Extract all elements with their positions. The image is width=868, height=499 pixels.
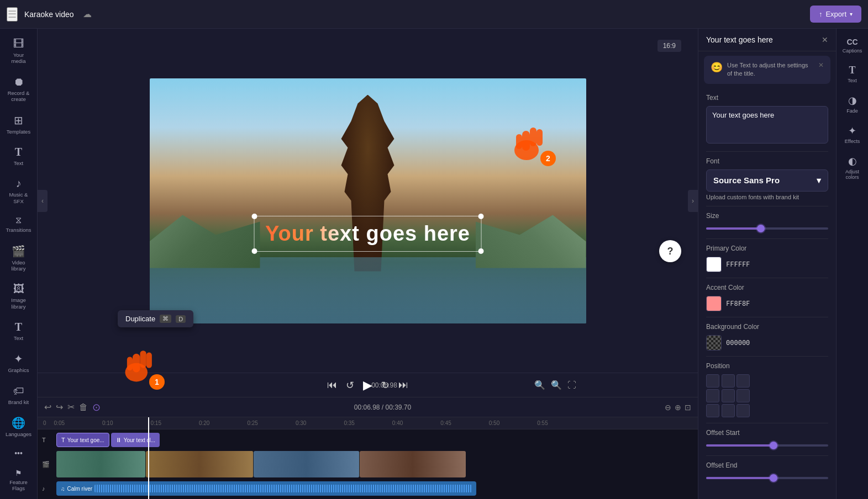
canvas-text-content: Your text goes here (265, 222, 470, 245)
help-button[interactable]: ? (659, 240, 681, 262)
tooltip-close-button[interactable]: ✕ (818, 61, 824, 69)
handle-bottom-left[interactable] (251, 248, 257, 254)
font-selector[interactable]: Source Sans Pro ▾ (706, 169, 828, 192)
video-segment-3[interactable] (254, 451, 360, 477)
fit-timeline-button[interactable]: ⊡ (685, 403, 691, 412)
position-top-left[interactable] (706, 374, 719, 387)
upload-fonts-link[interactable]: Upload custom fonts with brand kit (706, 194, 828, 200)
rip-item-text[interactable]: T Text (839, 60, 866, 88)
handle-bottom-right[interactable] (478, 248, 484, 254)
text-clip-2[interactable]: ⏸ Your text cl... (111, 433, 160, 447)
size-section: Size (698, 206, 836, 238)
position-bottom-right[interactable] (737, 404, 750, 417)
zoom-out-timeline-button[interactable]: ⊖ (665, 403, 671, 412)
skip-forward-button[interactable]: ⏭ (398, 379, 408, 391)
sidebar-item-text[interactable]: T Text (3, 141, 35, 171)
primary-color-hex: FFFFFF (726, 261, 750, 268)
aspect-ratio-badge[interactable]: 16:9 (657, 40, 681, 52)
text-clip-1[interactable]: T Your text goe... (56, 433, 109, 447)
fullscreen-button[interactable]: ⛶ (567, 380, 576, 390)
size-slider-thumb[interactable] (757, 225, 765, 232)
offset-start-thumb[interactable] (770, 442, 777, 449)
primary-color-swatch[interactable] (706, 257, 722, 272)
offset-end-thumb[interactable] (770, 474, 777, 482)
sidebar-item-templates[interactable]: ⊞ Templates (3, 109, 35, 139)
video-segment-2[interactable] (146, 451, 254, 477)
sidebar-item-video-library[interactable]: 🎬 Video library (3, 240, 35, 277)
position-middle-center[interactable] (722, 389, 735, 402)
redo-button[interactable]: ↪ (56, 402, 63, 412)
sidebar-item-record[interactable]: ⏺ Record & create (3, 71, 35, 107)
zoom-in-timeline-button[interactable]: ⊕ (675, 403, 681, 412)
audio-waveform (94, 485, 472, 492)
export-button[interactable]: ↑ Export ▾ (810, 6, 861, 23)
rewind-button[interactable]: ↺ (346, 379, 354, 391)
video-canvas[interactable]: Your text goes here (150, 78, 586, 323)
sidebar-item-transitions[interactable]: ⧖ Transitions (3, 211, 35, 237)
cut-button[interactable]: ✂ (67, 402, 75, 412)
position-middle-right[interactable] (737, 389, 750, 402)
playhead[interactable] (148, 417, 149, 499)
skip-back-button[interactable]: ⏮ (327, 379, 337, 391)
rip-item-fade[interactable]: ◑ Fade (839, 90, 866, 118)
copy-button[interactable]: ⊙ (92, 401, 101, 413)
sidebar-item-languages[interactable]: 🌐 Languages (3, 412, 35, 442)
text2-icon: T (15, 321, 22, 333)
sidebar-collapse-button[interactable]: ‹ (38, 190, 48, 212)
handle-top-right[interactable] (478, 214, 484, 219)
ruler-mark-10: 0:10 (102, 420, 113, 426)
video-track: 🎬 (42, 450, 693, 479)
sidebar-item-graphics[interactable]: ✦ Graphics (3, 348, 35, 378)
position-top-center[interactable] (722, 374, 735, 387)
menu-button[interactable]: ☰ (7, 7, 18, 22)
sidebar-label-templates: Templates (7, 129, 30, 135)
timeline-time-display: 00:06.98 / 00:39.70 (105, 404, 660, 411)
duplicate-shortcut-cmd: ⌘ (160, 315, 171, 323)
sidebar-item-image-library[interactable]: 🖼 Image library (3, 278, 35, 314)
main-area: 🎞 Your media ⏺ Record & create ⊞ Templat… (0, 29, 868, 499)
right-panel-close-button[interactable]: ✕ (822, 35, 828, 44)
rip-item-adjust-colors[interactable]: ◐ Adjust colors (839, 151, 866, 184)
duplicate-label: Duplicate (125, 315, 155, 323)
video-segment-1[interactable] (56, 451, 146, 477)
project-title[interactable]: Karaoke video (24, 10, 74, 19)
position-bottom-left[interactable] (706, 404, 719, 417)
accent-color-swatch[interactable] (706, 296, 722, 311)
text-input[interactable]: Your text goes here (706, 106, 828, 144)
right-panel-collapse-button[interactable]: › (688, 190, 698, 212)
sidebar-item-your-media[interactable]: 🎞 Your media (3, 33, 35, 69)
sidebar-item-more[interactable]: ••• (3, 444, 35, 462)
ruler-mark-5: 0:05 (54, 420, 65, 426)
delete-button[interactable]: 🗑 (79, 402, 88, 412)
offset-start-slider[interactable] (706, 444, 828, 447)
text-icon: T (15, 146, 22, 158)
position-top-right[interactable] (737, 374, 750, 387)
offset-end-slider[interactable] (706, 477, 828, 479)
handle-top-left[interactable] (251, 214, 257, 219)
sidebar-item-text2[interactable]: T Text (3, 316, 35, 346)
audio-clip[interactable]: ♫ Calm river (56, 481, 476, 496)
graphics-icon: ✦ (14, 352, 23, 365)
sidebar-item-feature-flags[interactable]: ⚑ Feature Flags (3, 464, 35, 496)
video-segment-4[interactable] (360, 451, 466, 477)
rip-text-icon: T (849, 65, 855, 76)
size-slider[interactable] (706, 227, 828, 230)
sidebar-item-music[interactable]: ♪ Music & SFX (3, 173, 35, 209)
undo-button[interactable]: ↩ (44, 402, 51, 412)
zoom-out-button[interactable]: 🔍 (534, 380, 545, 390)
rip-item-captions[interactable]: CC Captions (839, 33, 866, 58)
text-overlay[interactable]: Your text goes here (254, 216, 482, 252)
upload-fonts-suffix: with brand kit (763, 194, 799, 200)
ruler-mark-55: 0:55 (537, 420, 548, 426)
accent-color-hex: FF8F8F (726, 300, 750, 307)
sidebar-item-brand-kit[interactable]: 🏷 Brand kit (3, 380, 35, 410)
position-middle-left[interactable] (706, 389, 719, 402)
offset-start-slider-container (706, 441, 828, 450)
background-color-hex: 000000 (726, 339, 750, 347)
font-name: Source Sans Pro (713, 176, 780, 185)
rip-item-effects[interactable]: ✦ Effects (839, 120, 866, 148)
video-track-label: 🎬 (42, 461, 53, 468)
zoom-in-button[interactable]: 🔍 (551, 380, 562, 390)
background-color-swatch[interactable] (706, 335, 722, 351)
position-bottom-center[interactable] (722, 404, 735, 417)
